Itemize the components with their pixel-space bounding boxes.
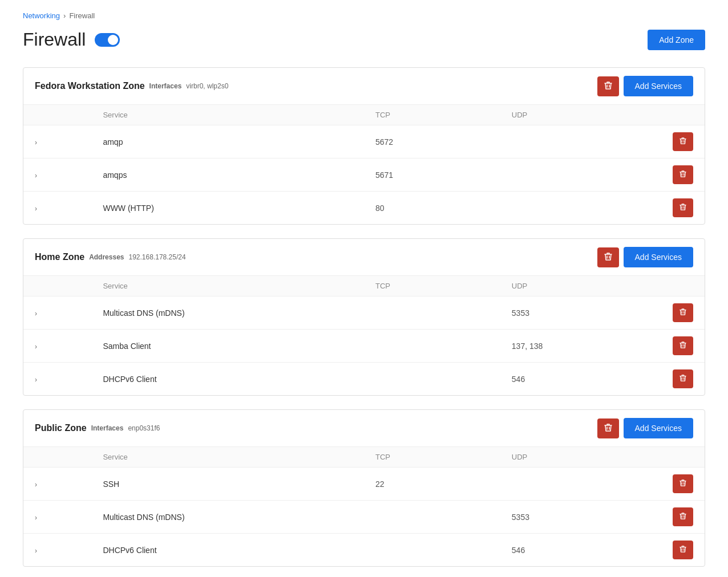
table-row: ›Multicast DNS (mDNS)5353 — [23, 296, 705, 330]
service-name-public-1: Multicast DNS (mDNS) — [91, 501, 364, 534]
expand-icon-fedora-workstation-2[interactable]: › — [23, 192, 91, 225]
delete-service-button-home-0[interactable] — [673, 303, 693, 322]
expand-icon-fedora-workstation-0[interactable]: › — [23, 125, 91, 159]
table-row: ›Multicast DNS (mDNS)5353 — [23, 501, 705, 534]
chevron-right-icon: › — [35, 376, 37, 384]
service-tcp-public-0: 22 — [364, 468, 500, 501]
zone-meta-label-fedora-workstation: Interfaces — [149, 82, 182, 90]
expand-icon-home-0[interactable]: › — [23, 296, 91, 330]
delete-service-button-public-1[interactable] — [673, 507, 693, 526]
zones-container: Fedora Workstation ZoneInterfacesvirbr0,… — [23, 67, 705, 577]
add-services-button-home[interactable]: Add Services — [624, 247, 693, 267]
delete-zone-button-public[interactable] — [597, 418, 619, 438]
service-action-fedora-workstation-0 — [637, 125, 705, 159]
zone-meta-label-public: Interfaces — [91, 424, 124, 432]
zone-header-left-fedora-workstation: Fedora Workstation ZoneInterfacesvirbr0,… — [35, 81, 228, 91]
service-action-home-1 — [637, 330, 705, 363]
toggle-track — [95, 33, 120, 47]
table-row: ›WWW (HTTP)80 — [23, 192, 705, 225]
add-services-button-fedora-workstation[interactable]: Add Services — [624, 76, 693, 96]
service-tcp-public-2 — [364, 534, 500, 567]
table-row: ›amqps5671 — [23, 159, 705, 192]
delete-service-button-home-2[interactable] — [673, 369, 693, 388]
delete-service-button-fedora-workstation-2[interactable] — [673, 198, 693, 217]
zone-header-public: Public ZoneInterfacesenp0s31f6 Add Servi… — [23, 410, 705, 447]
zone-header-right-home: Add Services — [597, 247, 693, 267]
col-service: Service — [91, 276, 364, 296]
add-services-button-public[interactable]: Add Services — [624, 418, 693, 438]
service-tcp-home-0 — [364, 296, 500, 330]
delete-service-button-home-1[interactable] — [673, 336, 693, 355]
service-tcp-public-1 — [364, 501, 500, 534]
expand-icon-home-2[interactable]: › — [23, 363, 91, 396]
chevron-right-icon: › — [35, 514, 37, 522]
delete-service-button-public-2[interactable] — [673, 541, 693, 559]
delete-service-button-fedora-workstation-0[interactable] — [673, 132, 693, 151]
breadcrumb-current: Firewall — [69, 11, 95, 20]
service-action-public-1 — [637, 501, 705, 534]
table-row: ›amqp5672 — [23, 125, 705, 159]
col-tcp: TCP — [364, 447, 500, 468]
toggle-thumb — [108, 35, 118, 45]
col-service: Service — [91, 447, 364, 468]
expand-icon-public-0[interactable]: › — [23, 468, 91, 501]
services-table-home: ServiceTCPUDP›Multicast DNS (mDNS)5353 ›… — [23, 276, 705, 395]
add-zone-button[interactable]: Add Zone — [648, 30, 705, 50]
zone-card-home: Home ZoneAddresses192.168.178.25/24 Add … — [23, 238, 705, 396]
col-udp: UDP — [500, 105, 637, 125]
col-udp: UDP — [500, 276, 637, 296]
zone-header-fedora-workstation: Fedora Workstation ZoneInterfacesvirbr0,… — [23, 68, 705, 105]
zone-name-home: Home Zone — [35, 252, 84, 262]
zone-header-right-public: Add Services — [597, 418, 693, 438]
delete-service-button-fedora-workstation-1[interactable] — [673, 165, 693, 184]
service-name-home-1: Samba Client — [91, 330, 364, 363]
zone-meta-value-fedora-workstation: virbr0, wlp2s0 — [186, 82, 228, 90]
service-udp-fedora-workstation-1 — [500, 159, 637, 192]
service-udp-public-0 — [500, 468, 637, 501]
delete-service-button-public-0[interactable] — [673, 474, 693, 493]
service-udp-fedora-workstation-2 — [500, 192, 637, 225]
service-udp-public-1: 5353 — [500, 501, 637, 534]
chevron-right-icon: › — [35, 310, 37, 318]
service-name-public-2: DHCPv6 Client — [91, 534, 364, 567]
col-expand — [23, 105, 91, 125]
service-tcp-fedora-workstation-2: 80 — [364, 192, 500, 225]
expand-icon-fedora-workstation-1[interactable]: › — [23, 159, 91, 192]
col-action — [637, 447, 705, 468]
chevron-right-icon: › — [35, 547, 37, 555]
delete-zone-button-home[interactable] — [597, 247, 619, 267]
zone-name-public: Public Zone — [35, 423, 87, 433]
col-action — [637, 105, 705, 125]
expand-icon-public-1[interactable]: › — [23, 501, 91, 534]
zone-card-fedora-workstation: Fedora Workstation ZoneInterfacesvirbr0,… — [23, 67, 705, 225]
zone-name-fedora-workstation: Fedora Workstation Zone — [35, 81, 145, 91]
firewall-toggle[interactable] — [95, 33, 120, 47]
expand-icon-public-2[interactable]: › — [23, 534, 91, 567]
delete-zone-button-fedora-workstation[interactable] — [597, 76, 619, 96]
service-udp-home-1: 137, 138 — [500, 330, 637, 363]
col-tcp: TCP — [364, 105, 500, 125]
service-udp-public-2: 546 — [500, 534, 637, 567]
service-udp-home-0: 5353 — [500, 296, 637, 330]
expand-icon-home-1[interactable]: › — [23, 330, 91, 363]
zone-card-public: Public ZoneInterfacesenp0s31f6 Add Servi… — [23, 409, 705, 567]
chevron-right-icon: › — [35, 343, 37, 351]
service-name-public-0: SSH — [91, 468, 364, 501]
zone-header-left-public: Public ZoneInterfacesenp0s31f6 — [35, 423, 160, 433]
service-tcp-fedora-workstation-1: 5671 — [364, 159, 500, 192]
zone-meta-value-public: enp0s31f6 — [128, 424, 160, 432]
service-tcp-home-1 — [364, 330, 500, 363]
page-title: Firewall — [23, 29, 86, 50]
service-action-public-2 — [637, 534, 705, 567]
breadcrumb-separator: › — [63, 11, 66, 20]
breadcrumb-networking-link[interactable]: Networking — [23, 11, 60, 20]
service-name-fedora-workstation-2: WWW (HTTP) — [91, 192, 364, 225]
chevron-right-icon: › — [35, 481, 37, 489]
table-row: ›DHCPv6 Client546 — [23, 534, 705, 567]
service-tcp-fedora-workstation-0: 5672 — [364, 125, 500, 159]
zone-header-home: Home ZoneAddresses192.168.178.25/24 Add … — [23, 239, 705, 276]
service-tcp-home-2 — [364, 363, 500, 396]
service-action-fedora-workstation-1 — [637, 159, 705, 192]
col-expand — [23, 447, 91, 468]
chevron-right-icon: › — [35, 139, 37, 147]
